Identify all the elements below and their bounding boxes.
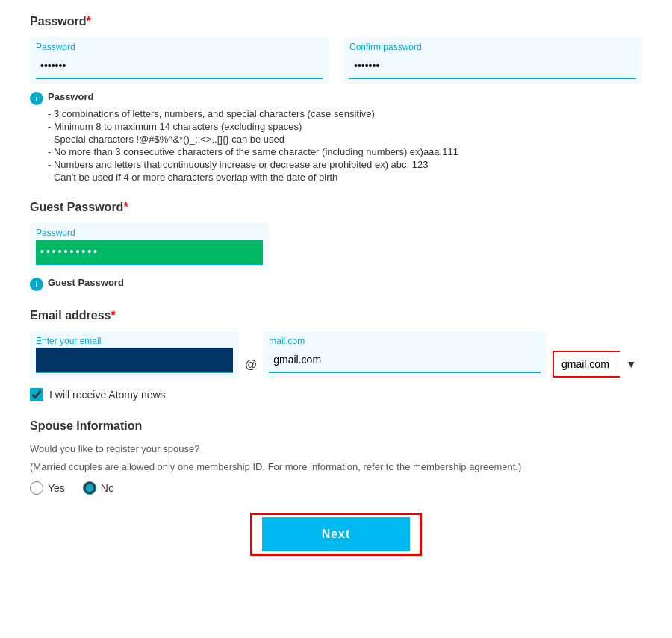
email-input-group: Enter your email (30, 331, 239, 378)
guest-password-field-wrap: Password (30, 223, 269, 269)
email-domain-label: mail.com (269, 336, 541, 346)
guest-password-title-text: Guest Password (30, 201, 123, 213)
password-field-wrap: Password (30, 37, 329, 84)
password-rule-1: - 3 combinations of letters, numbers, an… (48, 108, 642, 119)
confirm-password-field-group: Confirm password (343, 37, 642, 84)
guest-password-section: Guest Password* Password i Guest Passwor… (30, 201, 642, 291)
password-rule-2: - Minimum 8 to maximum 14 characters (ex… (48, 121, 642, 132)
password-info-icon: i (30, 92, 43, 105)
email-domain-wrap: mail.com (263, 331, 547, 378)
guest-password-field-group: Password (30, 223, 269, 269)
email-domain-input[interactable] (269, 348, 541, 373)
guest-password-info-label: Guest Password (48, 277, 124, 288)
password-info-box: i Password (30, 91, 642, 105)
confirm-password-field-wrap: Confirm password (343, 37, 642, 84)
password-section: Password* Password Confirm password i Pa… (30, 15, 642, 183)
password-label: Password (36, 42, 323, 52)
guest-password-required: * (123, 201, 128, 213)
guest-password-input[interactable] (36, 240, 263, 265)
newsletter-checkbox[interactable] (30, 388, 43, 401)
newsletter-label: I will receive Atomy news. (49, 389, 169, 401)
password-field-group: Password (30, 37, 329, 84)
email-row: Enter your email @ mail.com gmail.com ya… (30, 331, 642, 378)
password-rule-6: - Can't be used if 4 or more characters … (48, 172, 642, 183)
spouse-yes-option: Yes (30, 481, 65, 495)
password-fields-row: Password Confirm password (30, 37, 642, 84)
email-title-text: Email address (30, 309, 111, 322)
guest-password-info-box: i Guest Password (30, 277, 642, 291)
password-rule-5: - Numbers and letters that continuously … (48, 159, 642, 170)
password-rules-list: - 3 combinations of letters, numbers, an… (48, 108, 642, 183)
guest-password-label: Password (36, 228, 263, 238)
email-section: Email address* Enter your email @ mail.c… (30, 309, 642, 401)
email-domain-group: mail.com (263, 331, 547, 378)
guest-password-title: Guest Password* (30, 201, 642, 214)
confirm-password-input[interactable] (349, 54, 636, 79)
newsletter-row: I will receive Atomy news. (30, 388, 642, 401)
spouse-title: Spouse Information (30, 419, 642, 433)
password-title-text: Password (30, 15, 87, 28)
spouse-no-radio[interactable] (83, 481, 96, 495)
email-select-wrapper: gmail.com yahoo.com hotmail.com outlook.… (553, 351, 642, 378)
spouse-desc-line1: Would you like to register your spouse? (30, 442, 642, 457)
spouse-section: Spouse Information Would you like to reg… (30, 419, 642, 495)
email-title: Email address* (30, 309, 642, 322)
next-button-wrapper: Next (30, 517, 642, 551)
password-input[interactable] (36, 54, 323, 79)
password-rule-4: - No more than 3 consecutive characters … (48, 146, 642, 157)
password-rule-3: - Special characters !@#$%^&*()_;:<>,.[]… (48, 134, 642, 145)
confirm-password-label: Confirm password (349, 42, 636, 52)
at-symbol: @ (245, 358, 257, 378)
email-required: * (111, 309, 116, 322)
guest-password-info-icon: i (30, 278, 43, 291)
email-domain-select[interactable]: gmail.com yahoo.com hotmail.com outlook.… (553, 351, 642, 378)
spouse-radio-row: Yes No (30, 481, 642, 495)
next-button[interactable]: Next (262, 517, 411, 551)
password-title: Password* (30, 15, 642, 28)
password-info-title: Password (48, 91, 93, 102)
spouse-yes-label: Yes (48, 482, 65, 494)
spouse-no-option: No (83, 481, 114, 495)
email-field-wrap: Enter your email (30, 331, 239, 378)
password-required: * (87, 15, 91, 28)
spouse-yes-radio[interactable] (30, 481, 43, 495)
spouse-desc-line2: (Married couples are allowed only one me… (30, 460, 642, 475)
email-input[interactable] (36, 348, 233, 373)
email-field-label: Enter your email (36, 336, 233, 346)
spouse-no-label: No (101, 482, 114, 494)
